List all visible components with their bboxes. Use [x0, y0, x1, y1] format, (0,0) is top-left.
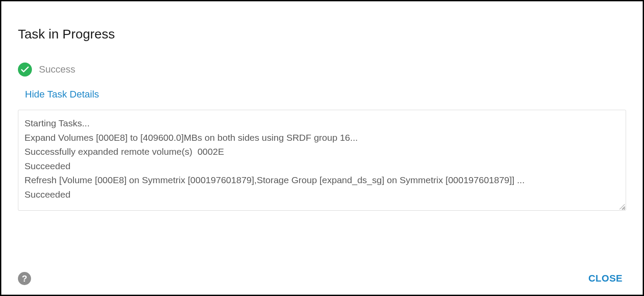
dialog-footer: ? CLOSE [18, 270, 626, 287]
svg-line-0 [620, 204, 625, 209]
log-line: Refresh [Volume [000E8] on Symmetrix [00… [24, 173, 620, 188]
log-line: Successfully expanded remote volume(s) 0… [24, 145, 620, 159]
svg-line-1 [622, 206, 625, 209]
log-line: Starting Tasks... [24, 116, 620, 131]
log-line: Succeeded [24, 188, 620, 202]
log-line: Succeeded [24, 159, 620, 174]
hide-task-details-toggle[interactable]: Hide Task Details [25, 89, 99, 100]
success-check-icon [18, 63, 32, 77]
status-label: Success [39, 64, 75, 75]
task-progress-dialog: Task in Progress Success Hide Task Detai… [0, 0, 644, 296]
log-line: Expand Volumes [000E8] to [409600.0]MBs … [24, 131, 620, 145]
task-log-box[interactable]: Starting Tasks... Expand Volumes [000E8]… [18, 110, 626, 211]
resize-handle-icon [619, 203, 625, 209]
close-button[interactable]: CLOSE [585, 270, 626, 287]
dialog-title: Task in Progress [18, 27, 626, 42]
help-icon[interactable]: ? [18, 272, 31, 285]
status-row: Success [18, 63, 626, 77]
svg-line-2 [623, 208, 625, 209]
